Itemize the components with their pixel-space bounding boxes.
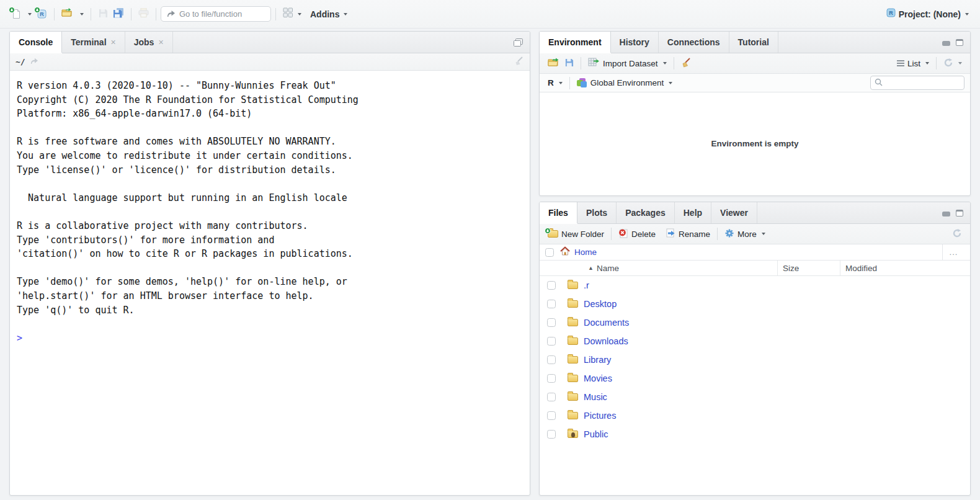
set-directory-ellipsis-button[interactable]: ... (942, 244, 964, 260)
home-icon (560, 246, 570, 258)
tab-label: Terminal (71, 37, 106, 47)
clear-console-icon[interactable] (514, 56, 524, 68)
row-checkbox[interactable] (547, 430, 556, 439)
new-project-icon: R (37, 9, 47, 19)
file-row: Public (540, 425, 970, 444)
tab-viewer[interactable]: Viewer (711, 202, 757, 223)
tab-console[interactable]: Console (10, 32, 62, 53)
save-all-button[interactable] (110, 6, 127, 23)
maximize-pane-icon[interactable] (956, 210, 963, 217)
console-pane: Console Terminal × Jobs × ~/ R version 4… (9, 31, 530, 496)
file-name-link[interactable]: Library (584, 355, 611, 365)
tab-label: History (620, 37, 649, 47)
save-button[interactable] (96, 6, 110, 23)
name-column-header[interactable]: ▲ Name (540, 261, 777, 275)
global-environment-dropdown[interactable]: Global Environment (574, 77, 675, 89)
tab-plots[interactable]: Plots (577, 202, 617, 223)
import-dataset-button[interactable]: Import Dataset (586, 56, 669, 70)
tab-connections[interactable]: Connections (659, 32, 729, 53)
tab-tutorial[interactable]: Tutorial (729, 32, 778, 53)
language-label: R (548, 78, 554, 87)
new-folder-button[interactable]: New Folder (545, 228, 607, 240)
tab-files[interactable]: Files (540, 202, 577, 223)
size-column-header[interactable]: Size (777, 261, 840, 275)
clear-workspace-button[interactable] (679, 56, 694, 71)
files-pane: Files Plots Packages Help Viewer New Fol… (539, 202, 971, 496)
new-file-button[interactable] (9, 6, 24, 22)
tab-packages[interactable]: Packages (617, 202, 675, 223)
project-menu-button[interactable]: R Project: (None) (883, 5, 971, 23)
tab-environment[interactable]: Environment (540, 32, 611, 53)
row-checkbox[interactable] (547, 355, 556, 364)
open-file-button[interactable] (59, 6, 76, 22)
environment-search-box[interactable] (870, 76, 964, 90)
more-button[interactable]: More (722, 227, 768, 241)
home-breadcrumb-link[interactable]: Home (574, 248, 597, 257)
open-file-caret-button[interactable] (76, 11, 86, 18)
save-workspace-button[interactable] (562, 56, 576, 70)
goto-file-box[interactable] (161, 6, 271, 22)
refresh-icon (952, 228, 962, 240)
refresh-files-button[interactable] (950, 227, 964, 241)
plus-badge-icon (545, 228, 551, 234)
row-checkbox[interactable] (547, 337, 556, 346)
list-view-button[interactable]: List (894, 58, 932, 69)
chevron-down-icon (559, 82, 563, 84)
refresh-environment-button[interactable] (941, 56, 964, 71)
close-icon[interactable]: × (111, 38, 116, 47)
goto-directory-icon[interactable] (30, 57, 38, 66)
new-project-button[interactable]: R (34, 6, 50, 22)
tab-jobs[interactable]: Jobs × (125, 32, 173, 53)
tab-history[interactable]: History (611, 32, 659, 53)
file-name-link[interactable]: Documents (584, 318, 629, 328)
file-name-link[interactable]: .r (584, 280, 589, 290)
delete-button[interactable]: Delete (616, 227, 658, 241)
console-line: You are welcome to redistribute it under… (17, 149, 523, 163)
environment-body: Environment is empty (540, 92, 970, 195)
select-all-checkbox[interactable] (545, 248, 554, 257)
chevron-down-icon (762, 233, 765, 235)
load-workspace-button[interactable] (545, 56, 562, 70)
file-name-link[interactable]: Movies (584, 373, 612, 383)
addins-button[interactable]: Addins (308, 7, 350, 22)
minimize-pane-icon[interactable] (942, 41, 950, 46)
rename-button[interactable]: Rename (663, 227, 713, 241)
minimize-pane-icon[interactable] (942, 212, 950, 217)
tab-terminal[interactable]: Terminal × (62, 32, 125, 53)
new-file-caret-button[interactable] (24, 11, 34, 18)
file-name-link[interactable]: Desktop (584, 299, 617, 309)
new-folder-label: New Folder (561, 230, 604, 239)
chevron-down-icon (925, 62, 929, 65)
console-line: Platform: x86_64-apple-darwin17.0 (64-bi… (17, 107, 523, 121)
row-checkbox[interactable] (547, 393, 556, 401)
files-tabstrip: Files Plots Packages Help Viewer (540, 202, 970, 224)
row-checkbox[interactable] (547, 318, 556, 327)
file-name-link[interactable]: Music (584, 392, 607, 402)
environment-pane: Environment History Connections Tutorial… (539, 31, 971, 196)
console-line: Natural language support but running in … (17, 191, 523, 205)
close-icon[interactable]: × (158, 38, 163, 47)
folder-icon (568, 375, 578, 382)
console-line: Type 'contributors()' for more informati… (17, 233, 523, 248)
tab-help[interactable]: Help (675, 202, 711, 223)
maximize-pane-icon[interactable] (956, 39, 963, 46)
row-checkbox[interactable] (547, 374, 556, 383)
environment-search-input[interactable] (886, 78, 960, 87)
row-checkbox[interactable] (547, 300, 556, 308)
console-output[interactable]: R version 4.0.3 (2020-10-10) -- "Bunny-W… (10, 71, 530, 494)
language-dropdown[interactable]: R (545, 77, 565, 89)
file-name-link[interactable]: Public (584, 429, 608, 439)
print-button[interactable] (136, 6, 151, 22)
goto-file-input[interactable] (179, 9, 254, 19)
file-name-link[interactable]: Downloads (584, 336, 628, 346)
modified-column-header[interactable]: Modified (840, 261, 970, 275)
pane-layout-button[interactable] (280, 5, 304, 23)
file-row: Music (540, 388, 970, 406)
environment-tabstrip: Environment History Connections Tutorial (540, 32, 970, 53)
chevron-down-icon (344, 13, 347, 16)
row-checkbox[interactable] (547, 411, 556, 420)
console-line: Copyright (C) 2020 The R Foundation for … (17, 93, 523, 107)
file-name-link[interactable]: Pictures (584, 411, 616, 421)
row-checkbox[interactable] (547, 281, 556, 290)
maximize-pane-icon[interactable] (514, 38, 523, 47)
